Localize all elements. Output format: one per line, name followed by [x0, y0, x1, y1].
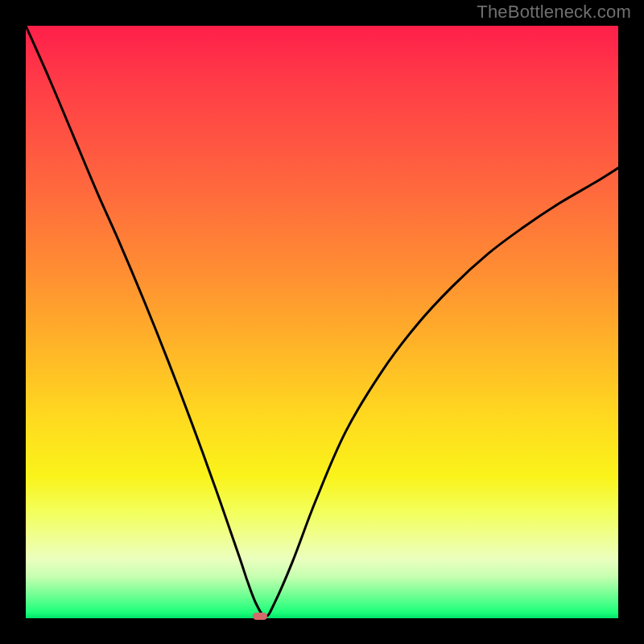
plot-area [26, 26, 618, 618]
minimum-marker [253, 613, 267, 620]
curve-line [26, 26, 618, 618]
chart-frame: TheBottleneck.com [0, 0, 644, 644]
watermark-text: TheBottleneck.com [477, 2, 631, 23]
